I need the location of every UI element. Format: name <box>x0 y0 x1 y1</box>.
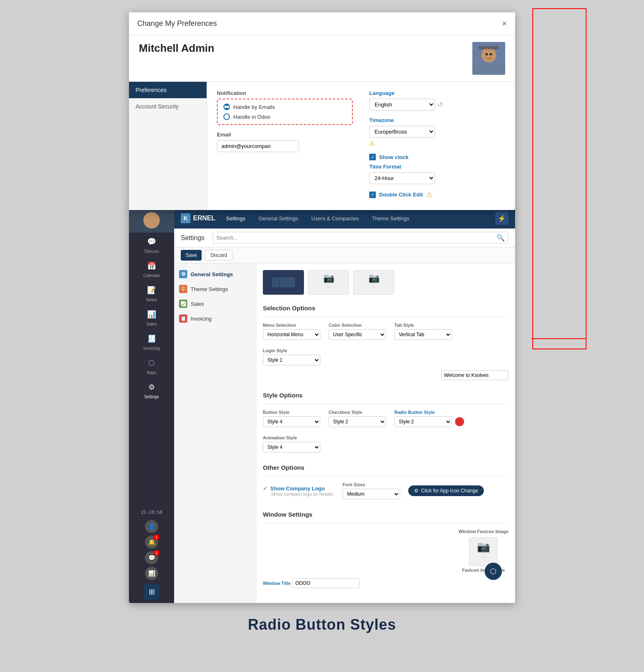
window-settings-row: Window Favicon Image 📷 + Favicon Image T… <box>263 529 508 574</box>
main-content: K ERNEL Settings General Settings Users … <box>174 208 515 603</box>
settings-icon: ⚙ <box>146 381 157 393</box>
notification-badge: 1 <box>154 534 159 540</box>
double-click-checkbox[interactable]: ✓ <box>369 192 376 198</box>
sidebar-item-calendar[interactable]: 📅 Calendar <box>129 257 174 281</box>
double-click-label: Double Click Edit <box>379 192 423 198</box>
checkbox-style-col: Checkbox Style Style 2 <box>329 410 386 427</box>
sidebar-bot-icon-1[interactable]: 👤 <box>145 520 158 533</box>
settings-sidebar-invoicing[interactable]: 📋 Invoicing <box>174 311 256 326</box>
page-bottom-heading: Radio Button Styles <box>0 616 644 633</box>
login-style-select[interactable]: Style 1 <box>263 355 320 365</box>
settings-sidebar-general[interactable]: ⚙ General Settings <box>174 267 256 282</box>
radio-slider-row: Style 2 <box>394 416 464 427</box>
preferences-modal: Change My Preferences × Mitchell Admin <box>129 12 515 210</box>
window-settings-title: Window Settings <box>263 508 508 523</box>
search-icon: 🔍 <box>497 234 505 242</box>
checkbox-style-label: Checkbox Style <box>329 410 386 415</box>
radio-circle-emails <box>223 104 230 110</box>
language-select[interactable]: English <box>369 99 435 111</box>
grid-menu-button[interactable]: ⊞ <box>144 584 159 600</box>
svg-rect-7 <box>272 277 279 287</box>
email-input[interactable] <box>217 140 299 152</box>
sidebar-bot-icon-4[interactable]: 📊 <box>145 567 158 580</box>
spacer <box>394 421 395 422</box>
modal-close-button[interactable]: × <box>502 19 507 28</box>
favicon-image-placeholder: 📷 + <box>469 537 498 566</box>
other-options-row: ✓ Show Company Logo Show company logo on… <box>263 482 508 499</box>
radio-button-style-select[interactable]: Style 2 <box>394 416 452 427</box>
tab-style-label: Tab Style <box>394 323 452 328</box>
window-title-input[interactable] <box>292 578 360 588</box>
button-style-label: Button Style <box>263 410 320 415</box>
settings-sidebar-sales[interactable]: 📈 Sales <box>174 296 256 311</box>
sidebar-item-invoicing[interactable]: 🧾 Invoicing <box>129 330 174 354</box>
welcome-text-input[interactable] <box>441 370 508 380</box>
sidebar-item-sales[interactable]: 📊 Sales <box>129 305 174 330</box>
font-sizes-select[interactable]: Medium <box>343 489 400 499</box>
modal-body: Preferences Account Security Notificatio… <box>129 82 515 210</box>
notification-radio-group: Handle by Emails Handle in Odoo <box>217 99 353 125</box>
selection-options-section: Selection Options Menu Selection Horizon… <box>263 301 508 380</box>
other-options-section: Other Options ✓ Show Company Logo Show c… <box>263 461 508 499</box>
button-style-select[interactable]: Style 4 <box>263 416 320 427</box>
sidebar-bot-icon-3[interactable]: 💬 2 <box>145 551 158 564</box>
discard-button[interactable]: Discard <box>205 250 232 261</box>
color-selection-select[interactable]: User Specific <box>329 329 386 340</box>
tab-style-select[interactable]: Vertical Tab <box>394 329 452 340</box>
company-logo-sublabel: Show company logo on header. <box>271 492 334 496</box>
nav-general-settings[interactable]: General Settings <box>256 214 301 223</box>
radio-button-style-col: Radio Button Style Style 2 <box>394 410 464 427</box>
sidebar-item-preferences[interactable]: Preferences <box>129 82 207 98</box>
nav-users-companies[interactable]: Users & Companies <box>309 214 361 223</box>
sidebar-item-discuss[interactable]: 💬 Discuss <box>129 233 174 257</box>
selection-options-row-1: Menu Selection Horizontal Menu Color Sel… <box>263 323 508 365</box>
other-options-title: Other Options <box>263 461 508 476</box>
sidebar-item-settings[interactable]: ⚙ Settings <box>129 378 174 402</box>
nav-theme-settings[interactable]: Theme Settings <box>370 214 412 223</box>
style-options-section: Style Options Button Style Style 4 Check <box>263 388 508 453</box>
font-sizes-group: Font Sizes Medium <box>343 482 400 499</box>
sidebar-item-apps[interactable]: ⬡ Apps <box>129 354 174 378</box>
time-format-label: Time Format <box>369 164 505 170</box>
general-settings-icon: ⚙ <box>179 270 187 278</box>
time-format-select[interactable]: 24-Hour <box>369 172 435 184</box>
sidebar-bottom: 15:28:58 👤 🔔 1 💬 2 📊 ⊞ <box>129 507 174 603</box>
animation-style-label: Animation Style <box>263 435 320 440</box>
radio-handle-emails[interactable]: Handle by Emails <box>223 104 346 110</box>
checkbox-style-select[interactable]: Style 2 <box>329 416 386 427</box>
sidebar-bot-icon-2[interactable]: 🔔 1 <box>145 536 158 549</box>
style-options-title: Style Options <box>263 388 508 404</box>
selection-options-title: Selection Options <box>263 301 508 317</box>
avatar-image <box>472 42 505 75</box>
modal-left-column: Notification Handle by Emails <box>217 90 353 202</box>
user-avatar <box>472 42 505 75</box>
settings-sidebar: ⚙ General Settings 🎨 Theme Settings 📈 Sa… <box>174 263 256 603</box>
svg-rect-5 <box>478 46 499 49</box>
sidebar-item-notes[interactable]: 📝 Notes <box>129 281 174 305</box>
fab-button[interactable]: ⬡ <box>485 563 502 580</box>
animation-style-select[interactable]: Style 4 <box>263 442 320 453</box>
settings-sidebar-theme[interactable]: 🎨 Theme Settings <box>174 282 256 296</box>
red-horizontal-line <box>531 338 586 339</box>
timezone-warning-icon: ⚠ <box>369 140 375 147</box>
calendar-icon: 📅 <box>146 260 157 272</box>
nav-settings[interactable]: Settings <box>223 214 248 223</box>
search-input[interactable] <box>216 235 497 241</box>
save-button[interactable]: Save <box>181 250 202 261</box>
window-title-row: Window Title <box>263 578 508 588</box>
refresh-icon[interactable]: ↺ <box>437 101 443 109</box>
show-clock-label: Show clock <box>379 154 409 160</box>
sidebar-item-account-security[interactable]: Account Security <box>129 98 207 115</box>
invoicing-settings-icon: 📋 <box>179 314 187 323</box>
timezone-select[interactable]: Europe/Bruss <box>369 126 435 138</box>
apps-icon: ⬡ <box>146 357 157 369</box>
language-label: Language <box>369 90 505 96</box>
menu-selection-select[interactable]: Horizontal Menu <box>263 329 320 340</box>
app-icon-change-button[interactable]: ⚙ Click for App Icon Change <box>408 485 484 496</box>
color-selection-label: Color Selection <box>329 323 386 328</box>
radio-handle-odoo[interactable]: Handle in Odoo <box>223 113 346 120</box>
nav-filter-button[interactable]: ⚡ <box>495 212 508 225</box>
settings-window: 💬 Discuss 📅 Calendar 📝 Notes 📊 Sales <box>129 208 515 603</box>
show-clock-checkbox[interactable]: ✓ <box>369 154 376 160</box>
page-header: Settings 🔍 <box>174 229 515 247</box>
